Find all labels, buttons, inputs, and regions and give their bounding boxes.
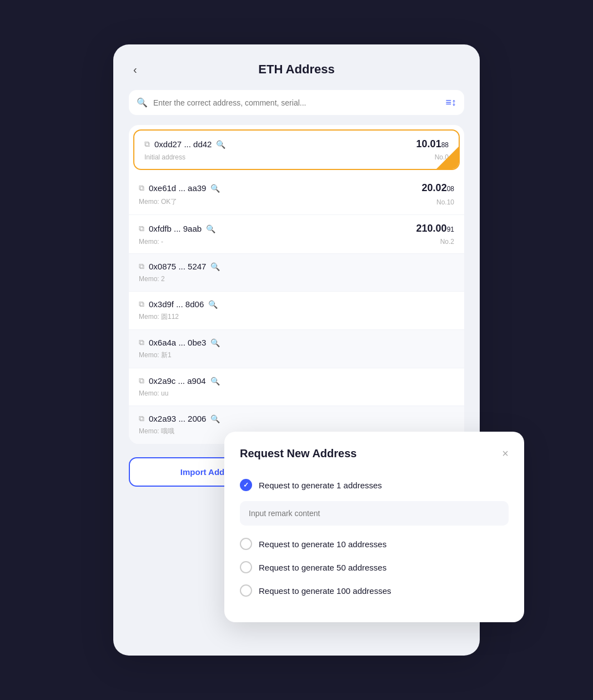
- corner-tag-1: [436, 147, 459, 169]
- copy-icon-8[interactable]: ⧉: [139, 414, 144, 423]
- address-text-2: 0xe61d ... aa39: [149, 183, 206, 193]
- search-addr-icon-1[interactable]: 🔍: [216, 140, 225, 149]
- remark-input[interactable]: [240, 501, 509, 526]
- back-button[interactable]: ‹: [129, 61, 142, 78]
- copy-icon-6[interactable]: ⧉: [139, 338, 144, 347]
- copy-icon-2[interactable]: ⧉: [139, 183, 144, 193]
- main-card: ‹ ETH Address 🔍 ≡↕ ⧉ 0xdd27 ... dd42 🔍 1…: [113, 44, 480, 656]
- address-text-1: 0xdd27 ... dd42: [154, 139, 212, 149]
- modal-title: Request New Address: [240, 447, 356, 460]
- radio-option-3[interactable]: Request to generate 50 addresses: [240, 556, 509, 579]
- modal-close-button[interactable]: ×: [502, 447, 509, 460]
- memo-6: Memo: 新1: [139, 351, 172, 359]
- radio-circle-4: [240, 584, 252, 597]
- search-input[interactable]: [153, 98, 440, 107]
- radio-label-1: Request to generate 1 addresses: [259, 481, 382, 490]
- no-label-2: No.10: [436, 198, 454, 206]
- address-item-5[interactable]: ⧉ 0x3d9f ... 8d06 🔍 Memo: 圆112: [129, 292, 464, 330]
- search-addr-icon-7[interactable]: 🔍: [210, 377, 220, 386]
- copy-icon-5[interactable]: ⧉: [139, 299, 144, 309]
- address-text-4: 0x0875 ... 5247: [149, 262, 206, 271]
- page-title: ETH Address: [258, 62, 334, 77]
- copy-icon-1[interactable]: ⧉: [144, 139, 150, 149]
- memo-3: Memo: -: [139, 238, 163, 246]
- copy-icon-3[interactable]: ⧉: [139, 224, 144, 233]
- address-item-3[interactable]: ⧉ 0xfdfb ... 9aab 🔍 210.0091 Memo: - No.…: [129, 215, 464, 254]
- address-list: ⧉ 0xdd27 ... dd42 🔍 10.0188 Initial addr…: [129, 125, 464, 444]
- memo-4: Memo: 2: [139, 275, 165, 283]
- address-item-1[interactable]: ⧉ 0xdd27 ... dd42 🔍 10.0188 Initial addr…: [133, 129, 460, 170]
- no-label-3: No.2: [440, 238, 454, 246]
- search-addr-icon-2[interactable]: 🔍: [210, 184, 220, 193]
- radio-label-3: Request to generate 50 addresses: [259, 563, 386, 572]
- address-item-6[interactable]: ⧉ 0x6a4a ... 0be3 🔍 Memo: 新1: [129, 330, 464, 368]
- memo-2: Memo: OK了: [139, 197, 177, 207]
- radio-label-4: Request to generate 100 addresses: [259, 586, 391, 596]
- amount-main-3: 210.0091: [416, 223, 454, 234]
- search-addr-icon-8[interactable]: 🔍: [210, 414, 220, 423]
- search-bar: 🔍 ≡↕: [129, 90, 464, 115]
- radio-circle-1: [240, 479, 252, 491]
- search-addr-icon-3[interactable]: 🔍: [206, 224, 215, 233]
- radio-option-4[interactable]: Request to generate 100 addresses: [240, 579, 509, 602]
- radio-label-2: Request to generate 10 addresses: [259, 539, 386, 549]
- address-item-4[interactable]: ⧉ 0x0875 ... 5247 🔍 Memo: 2: [129, 254, 464, 292]
- copy-icon-4[interactable]: ⧉: [139, 262, 144, 271]
- filter-icon: ≡↕: [445, 97, 456, 108]
- radio-option-2[interactable]: Request to generate 10 addresses: [240, 532, 509, 556]
- header: ‹ ETH Address: [129, 62, 464, 77]
- address-item-7[interactable]: ⧉ 0x2a9c ... a904 🔍 Memo: uu: [129, 368, 464, 406]
- memo-5: Memo: 圆112: [139, 313, 179, 321]
- search-icon: 🔍: [137, 97, 148, 108]
- copy-icon-7[interactable]: ⧉: [139, 376, 144, 386]
- address-text-3: 0xfdfb ... 9aab: [149, 224, 202, 233]
- memo-1: Initial address: [144, 153, 185, 161]
- search-addr-icon-4[interactable]: 🔍: [210, 262, 220, 271]
- address-item-2[interactable]: ⧉ 0xe61d ... aa39 🔍 20.0208 Memo: OK了 No…: [129, 174, 464, 215]
- radio-circle-3: [240, 561, 252, 573]
- search-addr-icon-5[interactable]: 🔍: [208, 300, 218, 309]
- search-addr-icon-6[interactable]: 🔍: [210, 338, 220, 347]
- modal-header: Request New Address ×: [240, 447, 509, 460]
- address-text-8: 0x2a93 ... 2006: [149, 414, 206, 423]
- request-address-modal: Request New Address × Request to generat…: [224, 432, 524, 622]
- radio-circle-2: [240, 538, 252, 550]
- address-text-7: 0x2a9c ... a904: [149, 376, 206, 386]
- amount-main-2: 20.0208: [422, 182, 454, 193]
- filter-button[interactable]: ≡↕: [445, 97, 456, 108]
- address-text-6: 0x6a4a ... 0be3: [149, 338, 206, 347]
- radio-option-1[interactable]: Request to generate 1 addresses: [240, 473, 509, 497]
- memo-8: Memo: 哦哦: [139, 427, 174, 435]
- memo-7: Memo: uu: [139, 389, 168, 397]
- address-text-5: 0x3d9f ... 8d06: [149, 299, 204, 309]
